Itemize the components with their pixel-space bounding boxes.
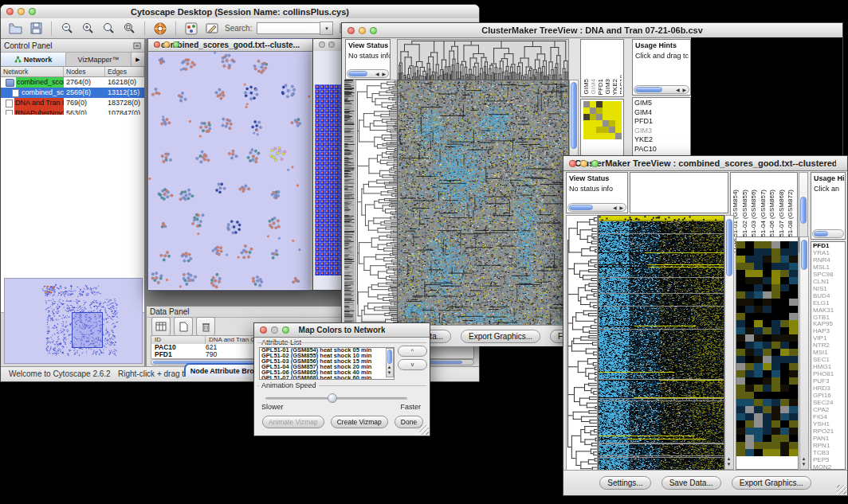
column-label[interactable]: GIM4 [590,79,597,95]
move-down-button[interactable]: v [398,359,427,370]
gene-list-item[interactable]: MON2 [811,464,845,470]
usage-hints-hscrollbar[interactable]: ◀ ▶ [634,85,689,94]
row-dendrogram[interactable] [566,215,598,471]
gene-list-item[interactable]: PFD1 [633,117,690,127]
scroll-down-icon[interactable]: ▼ [727,462,732,467]
zoom-fit-icon[interactable] [100,21,116,37]
treeview2-button[interactable]: Save Data... [662,476,721,490]
background-canvas[interactable] [313,51,345,290]
scroll-down-icon[interactable]: ▼ [802,462,807,467]
treeview2-button[interactable]: Export Graphics... [732,476,811,490]
help-lifesaver-icon[interactable] [152,21,168,37]
scroll-right-icon[interactable]: ▶ [619,205,624,210]
vscroll-thumb[interactable] [571,82,577,149]
select-attributes-icon[interactable] [151,317,171,336]
scroll-up-icon[interactable]: ▲ [802,456,807,461]
col-network[interactable]: Network [1,67,64,76]
scroll-up-icon[interactable]: ▲ [727,456,732,461]
background-window-titlebar[interactable] [313,39,345,52]
gene-list-item[interactable]: GIM3 [633,127,690,136]
search-combobox[interactable]: ▼ [257,21,333,35]
gene-list-item[interactable]: GIM4 [633,108,690,118]
vizmapper-icon[interactable] [183,21,199,37]
scroll-arrows[interactable]: ▲▼ [800,456,808,467]
minimize-icon[interactable] [18,8,25,15]
column-label[interactable]: GIM5 [583,79,590,95]
close-icon[interactable] [347,27,355,34]
zoom-window-icon[interactable] [282,326,289,334]
usage-hints-hscrollbar[interactable] [812,229,844,238]
close-icon[interactable] [569,160,576,167]
column-label[interactable]: PFD1 [597,79,604,95]
zoom-window-icon[interactable] [370,27,377,34]
network-view-titlebar[interactable]: combined_scores_good.txt--cluste... [148,39,312,52]
vscroll-thumb[interactable] [800,197,807,224]
dialog-button[interactable]: Create Vizmap [331,416,388,428]
vscroll-thumb[interactable] [387,350,392,364]
scroll-arrows[interactable]: ◀ ▶ [375,72,387,77]
network-list-row[interactable]: combined_sco 2569(6) 13112(15) [1,88,144,98]
gene-list-item[interactable]: YKE2 [633,135,690,145]
birdseye-view[interactable] [4,278,143,364]
resize-grip[interactable] [419,425,429,435]
scroll-arrows[interactable]: ▲▼ [387,365,393,376]
heatmap-global-view[interactable] [397,80,569,326]
minimize-icon[interactable] [163,41,170,48]
scroll-arrows[interactable]: ◀ ▶ [613,205,624,211]
zoom-window-icon[interactable] [173,41,179,48]
heatmap-global-view[interactable] [598,215,724,471]
column-dendrogram[interactable] [397,39,569,80]
row-dendrogram[interactable] [355,80,398,326]
attribute-list-vscrollbar[interactable]: ▲▼ [386,348,394,377]
save-icon[interactable] [28,21,44,37]
heatmap-vscrollbar[interactable]: ▲▼ [724,215,734,470]
dialog-titlebar[interactable]: Map Colors to Network [254,323,430,338]
minimize-icon[interactable] [580,160,587,167]
scroll-right-icon[interactable]: ▶ [682,88,687,92]
main-titlebar[interactable]: Cytoscape Desktop (Session Name: collins… [1,5,479,19]
column-dendrogram-area[interactable] [630,172,728,213]
open-file-icon[interactable] [7,21,23,37]
search-dropdown-icon[interactable]: ▼ [320,21,333,35]
scroll-arrows[interactable]: ▲▼ [725,456,733,467]
slider-thumb[interactable] [328,393,337,403]
zoom-window-icon[interactable] [591,160,599,167]
col-edges[interactable]: Edges [105,67,144,76]
zoom-in-icon[interactable] [80,21,96,37]
scroll-left-icon[interactable]: ◀ [613,205,618,210]
scroll-left-icon[interactable]: ◀ [375,72,380,76]
minimize-icon[interactable] [359,27,366,34]
zoom-heatmap[interactable] [736,241,798,456]
hscroll-thumb[interactable] [348,71,367,76]
attribute-item[interactable]: GPL51-07 (GSM868) heat shock 60 min [260,376,386,379]
close-icon[interactable] [154,41,160,48]
search-input[interactable] [257,22,320,34]
close-icon[interactable] [260,326,267,334]
animation-speed-slider[interactable] [265,397,407,400]
hscroll-thumb[interactable] [635,87,662,92]
treeview1-button[interactable]: Export Graphics... [461,330,540,343]
treeview1-titlebar[interactable]: ClusterMaker TreeView : DNA and Tran 07-… [342,23,842,38]
zoom-selected-icon[interactable] [121,21,137,37]
vscroll-thumb[interactable] [726,219,732,276]
delete-attribute-icon[interactable] [196,317,215,336]
close-icon[interactable] [6,8,14,15]
resize-grip[interactable] [837,485,846,494]
network-canvas[interactable] [148,52,311,289]
zoom-vscrollbar[interactable]: ▲▼ [799,236,809,470]
tab-network[interactable]: Network [1,53,66,66]
tab-scroll-right-icon[interactable]: ▶ [132,53,144,66]
column-label[interactable]: GIM3 [604,79,611,95]
zoom-out-icon[interactable] [59,21,75,37]
scroll-right-icon[interactable]: ▶ [382,72,387,76]
vscroll-thumb[interactable] [801,240,807,270]
view-status-hscrollbar[interactable]: ◀ ▶ [347,69,389,78]
gene-list-item[interactable]: GIM5 [633,99,690,108]
dialog-button[interactable]: Animate Vizmap [262,416,324,428]
network-list-row[interactable]: combined_scores 2764(0) 16218(0) [1,77,144,88]
scroll-arrows[interactable]: ◀ ▶ [676,88,687,93]
new-attribute-icon[interactable] [174,317,193,336]
zoom-heatmap[interactable] [583,101,622,139]
close-icon[interactable] [319,41,325,48]
network-list-row[interactable]: DNA and Tran 07 769(0) 183728(0) [1,98,144,108]
